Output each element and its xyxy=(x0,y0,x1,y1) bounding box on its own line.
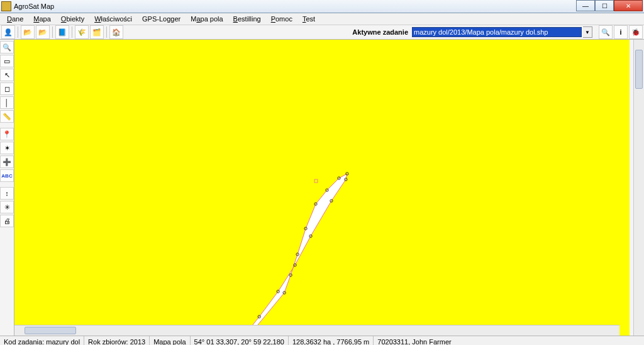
menu-wlasciwosci[interactable]: Właściwości xyxy=(90,14,136,23)
notes-icon[interactable]: 📘 xyxy=(55,25,69,39)
status-mapa: Mapa pola xyxy=(150,336,190,345)
status-kod-label: Kod zadania: xyxy=(4,338,44,345)
menu-gps-logger[interactable]: GPS-Logger xyxy=(138,14,185,23)
menu-mapa-pola[interactable]: Mapa pola xyxy=(186,14,227,23)
active-task-field[interactable]: mazury dol/2013/Mapa pola/mazury dol.shp xyxy=(412,27,582,37)
info-icon[interactable]: i xyxy=(614,25,628,39)
status-kod-value: mazury dol xyxy=(46,338,80,345)
minimize-button[interactable]: — xyxy=(576,0,595,11)
side-gap xyxy=(0,183,14,186)
identify-icon[interactable]: 👤 xyxy=(1,25,15,39)
menu-obiekty-label: biekty xyxy=(66,15,84,23)
menu-mapa-label: apa xyxy=(39,15,50,23)
print-tool-icon[interactable]: 🖨 xyxy=(0,215,14,227)
toolbar-separator xyxy=(18,26,18,38)
v-scroll-thumb[interactable] xyxy=(635,50,643,89)
measure-tool-icon[interactable]: 📏 xyxy=(0,110,14,123)
selected-vertex-icon[interactable] xyxy=(314,179,318,183)
side-toolbar: 🔍 ▭ ↖ ◻ │ 📏 📍 ✶ ➕ ABC ↕ ✳ 🖨 xyxy=(0,40,14,336)
menubar: Dane Mapa Obiekty Właściwości GPS-Logger… xyxy=(0,13,644,25)
menu-bestilling[interactable]: Bestilling xyxy=(229,14,265,23)
zoom-tool-icon[interactable]: 🔍 xyxy=(0,41,14,54)
field-polygon[interactable] xyxy=(221,174,347,336)
menu-bestilling-label: estilling xyxy=(238,15,261,23)
snap-tool-icon[interactable]: ✳ xyxy=(0,201,14,213)
menu-pomoc[interactable]: Pomoc xyxy=(267,14,297,23)
window-controls: — ☐ ✕ xyxy=(576,0,643,11)
crop-icon[interactable]: 🌾 xyxy=(75,25,89,39)
active-task-label: Aktywne zadanie xyxy=(352,28,408,36)
status-rok: Rok zbiorów: 2013 xyxy=(84,336,150,345)
toolbar-separator xyxy=(106,26,107,38)
active-task-dropdown-icon[interactable]: ▼ xyxy=(583,26,592,38)
node-edit-icon[interactable]: ✶ xyxy=(0,142,14,154)
canvas-area xyxy=(14,40,644,336)
ladybug-icon[interactable]: 🐞 xyxy=(629,25,643,39)
menu-mapa[interactable]: Mapa xyxy=(29,14,55,23)
horizontal-scrollbar[interactable] xyxy=(14,325,619,336)
edit-vertex-icon[interactable]: │ xyxy=(0,96,14,109)
toolbar-separator xyxy=(72,26,72,38)
status-area: 128,3632 ha , 7766,95 m xyxy=(289,336,374,345)
status-user: 70203311, John Farmer xyxy=(374,336,644,345)
layers-icon[interactable]: 🗂️ xyxy=(90,25,104,39)
menu-mapa-pola-label: Mapa pola xyxy=(191,15,223,23)
titlebar: AgroSat Map — ☐ ✕ xyxy=(0,0,644,13)
open-folder-icon[interactable]: 📂 xyxy=(21,25,35,39)
vertical-scrollbar[interactable] xyxy=(633,40,644,336)
side-gap xyxy=(0,124,14,127)
select-rect-icon[interactable]: ◻ xyxy=(0,82,14,95)
pan-vertical-icon[interactable]: ↕ xyxy=(0,187,14,200)
pointer-tool-icon[interactable]: ↖ xyxy=(0,69,14,81)
menu-test-label: est xyxy=(306,15,315,23)
house-icon[interactable]: 🏠 xyxy=(109,25,123,39)
menu-test[interactable]: Test xyxy=(298,14,319,23)
field-polygon-svg xyxy=(14,40,630,336)
zoom-extent-icon[interactable]: ▭ xyxy=(0,55,14,67)
open-folder-2-icon[interactable]: 📂 xyxy=(36,25,50,39)
workspace: 🔍 ▭ ↖ ◻ │ 📏 📍 ✶ ➕ ABC ↕ ✳ 🖨 xyxy=(0,40,644,336)
window-title: AgroSat Map xyxy=(14,3,54,10)
search-icon[interactable]: 🔍 xyxy=(599,25,613,39)
flag-tool-icon[interactable]: 📍 xyxy=(0,128,14,140)
app-icon xyxy=(1,1,11,11)
add-point-icon[interactable]: ➕ xyxy=(0,156,14,168)
h-scroll-thumb[interactable] xyxy=(25,327,76,334)
menu-wlasciwosci-label: łaściwości xyxy=(101,15,133,23)
top-toolbar: 👤 📂 📂 📘 🌾 🗂️ 🏠 Aktywne zadanie mazury do… xyxy=(0,25,644,40)
active-task-value: mazury dol/2013/Mapa pola/mazury dol.shp xyxy=(414,28,548,36)
status-rok-value: 2013 xyxy=(130,338,145,345)
menu-dane[interactable]: Dane xyxy=(3,14,28,23)
status-kod: Kod zadania: mazury dol xyxy=(0,336,84,345)
status-bar: Kod zadania: mazury dol Rok zbiorów: 201… xyxy=(0,336,644,345)
menu-obiekty[interactable]: Obiekty xyxy=(57,14,89,23)
maximize-button[interactable]: ☐ xyxy=(595,0,614,11)
menu-pomoc-label: omoc xyxy=(275,15,292,23)
label-tool-icon[interactable]: ABC xyxy=(0,169,14,182)
menu-dane-label: ane xyxy=(12,15,23,23)
map-canvas[interactable] xyxy=(14,40,630,336)
close-button[interactable]: ✕ xyxy=(614,0,643,11)
status-coords: 54° 01 33,307, 20° 59 22,180 xyxy=(191,336,289,345)
status-rok-label: Rok zbiorów: xyxy=(88,338,128,345)
toolbar-separator xyxy=(52,26,53,38)
